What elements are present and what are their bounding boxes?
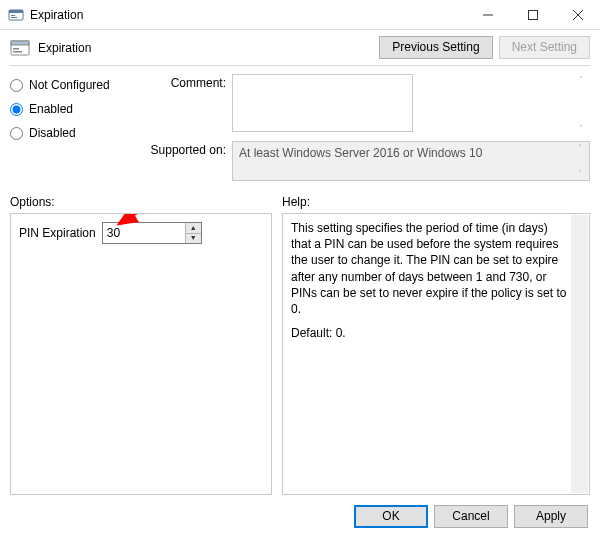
dialog-footer: OK Cancel Apply bbox=[10, 505, 590, 528]
radio-enabled-input[interactable] bbox=[10, 103, 23, 116]
radio-enabled[interactable]: Enabled bbox=[10, 102, 140, 116]
svg-rect-9 bbox=[11, 41, 29, 45]
comment-input[interactable] bbox=[232, 74, 413, 132]
radio-disabled-label: Disabled bbox=[29, 126, 76, 140]
titlebar: Expiration bbox=[0, 0, 600, 30]
next-setting-button[interactable]: Next Setting bbox=[499, 36, 590, 59]
pin-expiration-label: PIN Expiration bbox=[19, 226, 96, 240]
app-icon bbox=[8, 7, 24, 23]
svg-rect-2 bbox=[11, 15, 15, 16]
svg-rect-5 bbox=[528, 10, 537, 19]
ok-button[interactable]: OK bbox=[354, 505, 428, 528]
help-default-line: Default: 0. bbox=[291, 325, 567, 341]
help-label: Help: bbox=[282, 195, 590, 209]
spin-up-button[interactable]: ▲ bbox=[186, 223, 201, 234]
svg-rect-11 bbox=[13, 51, 22, 53]
radio-enabled-label: Enabled bbox=[29, 102, 73, 116]
maximize-button[interactable] bbox=[510, 0, 555, 29]
radio-not-configured-input[interactable] bbox=[10, 79, 23, 92]
radio-disabled[interactable]: Disabled bbox=[10, 126, 140, 140]
options-label: Options: bbox=[10, 195, 272, 209]
help-panel: This setting specifies the period of tim… bbox=[282, 213, 590, 495]
pin-expiration-stepper[interactable]: ▲ ▼ bbox=[102, 222, 202, 244]
apply-button[interactable]: Apply bbox=[514, 505, 588, 528]
cancel-button[interactable]: Cancel bbox=[434, 505, 508, 528]
supported-on-value: At least Windows Server 2016 or Windows … bbox=[232, 141, 590, 181]
page-title: Expiration bbox=[38, 41, 371, 55]
window-controls bbox=[465, 0, 600, 29]
options-panel: PIN Expiration ▲ ▼ bbox=[10, 213, 272, 495]
radio-not-configured[interactable]: Not Configured bbox=[10, 78, 140, 92]
scrollbar-track[interactable] bbox=[571, 215, 588, 493]
pin-expiration-input[interactable] bbox=[103, 223, 185, 243]
window-title: Expiration bbox=[30, 8, 465, 22]
minimize-button[interactable] bbox=[465, 0, 510, 29]
svg-rect-1 bbox=[9, 10, 23, 13]
close-button[interactable] bbox=[555, 0, 600, 29]
comment-label: Comment: bbox=[150, 74, 232, 135]
supported-on-label: Supported on: bbox=[150, 141, 232, 181]
scroll-arrows-icon: ˄˅ bbox=[572, 143, 588, 179]
help-body: This setting specifies the period of tim… bbox=[291, 220, 567, 317]
svg-rect-3 bbox=[11, 17, 17, 18]
radio-disabled-input[interactable] bbox=[10, 127, 23, 140]
policy-icon bbox=[10, 39, 30, 57]
divider bbox=[10, 65, 590, 66]
header-row: Expiration Previous Setting Next Setting bbox=[10, 36, 590, 59]
radio-not-configured-label: Not Configured bbox=[29, 78, 110, 92]
svg-rect-10 bbox=[13, 48, 19, 50]
previous-setting-button[interactable]: Previous Setting bbox=[379, 36, 492, 59]
state-radio-group: Not Configured Enabled Disabled bbox=[10, 74, 140, 187]
scroll-arrows-icon: ˄˅ bbox=[573, 75, 589, 134]
spin-down-button[interactable]: ▼ bbox=[186, 234, 201, 244]
